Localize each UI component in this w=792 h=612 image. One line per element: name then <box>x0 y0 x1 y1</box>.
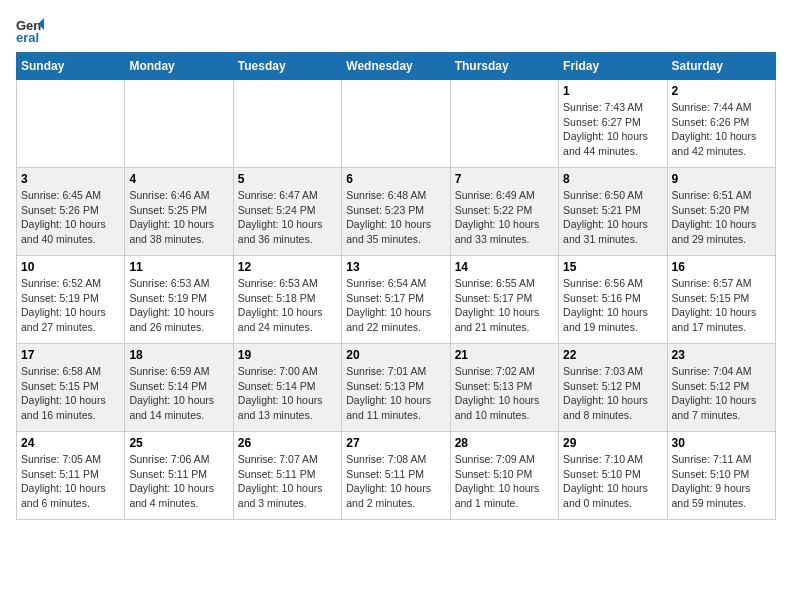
day-number: 16 <box>672 260 771 274</box>
weekday-header-thursday: Thursday <box>450 53 558 80</box>
day-info: Sunrise: 6:55 AM Sunset: 5:17 PM Dayligh… <box>455 276 554 335</box>
day-number: 26 <box>238 436 337 450</box>
calendar-cell: 29Sunrise: 7:10 AM Sunset: 5:10 PM Dayli… <box>559 432 667 520</box>
day-info: Sunrise: 6:51 AM Sunset: 5:20 PM Dayligh… <box>672 188 771 247</box>
calendar-cell: 11Sunrise: 6:53 AM Sunset: 5:19 PM Dayli… <box>125 256 233 344</box>
day-number: 27 <box>346 436 445 450</box>
calendar-cell: 27Sunrise: 7:08 AM Sunset: 5:11 PM Dayli… <box>342 432 450 520</box>
day-number: 10 <box>21 260 120 274</box>
calendar-cell: 9Sunrise: 6:51 AM Sunset: 5:20 PM Daylig… <box>667 168 775 256</box>
calendar-week-row: 1Sunrise: 7:43 AM Sunset: 6:27 PM Daylig… <box>17 80 776 168</box>
logo-icon: Gen eral <box>16 16 44 44</box>
calendar-cell: 23Sunrise: 7:04 AM Sunset: 5:12 PM Dayli… <box>667 344 775 432</box>
calendar-cell: 12Sunrise: 6:53 AM Sunset: 5:18 PM Dayli… <box>233 256 341 344</box>
weekday-header-monday: Monday <box>125 53 233 80</box>
day-info: Sunrise: 6:49 AM Sunset: 5:22 PM Dayligh… <box>455 188 554 247</box>
day-info: Sunrise: 6:54 AM Sunset: 5:17 PM Dayligh… <box>346 276 445 335</box>
calendar-week-row: 17Sunrise: 6:58 AM Sunset: 5:15 PM Dayli… <box>17 344 776 432</box>
logo: Gen eral <box>16 16 48 44</box>
day-info: Sunrise: 6:58 AM Sunset: 5:15 PM Dayligh… <box>21 364 120 423</box>
calendar-cell: 18Sunrise: 6:59 AM Sunset: 5:14 PM Dayli… <box>125 344 233 432</box>
day-info: Sunrise: 7:05 AM Sunset: 5:11 PM Dayligh… <box>21 452 120 511</box>
calendar-cell <box>450 80 558 168</box>
day-info: Sunrise: 6:45 AM Sunset: 5:26 PM Dayligh… <box>21 188 120 247</box>
day-number: 12 <box>238 260 337 274</box>
calendar-cell: 25Sunrise: 7:06 AM Sunset: 5:11 PM Dayli… <box>125 432 233 520</box>
day-number: 30 <box>672 436 771 450</box>
day-number: 7 <box>455 172 554 186</box>
day-number: 25 <box>129 436 228 450</box>
day-info: Sunrise: 7:03 AM Sunset: 5:12 PM Dayligh… <box>563 364 662 423</box>
day-number: 9 <box>672 172 771 186</box>
day-info: Sunrise: 7:11 AM Sunset: 5:10 PM Dayligh… <box>672 452 771 511</box>
calendar-cell: 7Sunrise: 6:49 AM Sunset: 5:22 PM Daylig… <box>450 168 558 256</box>
day-info: Sunrise: 6:46 AM Sunset: 5:25 PM Dayligh… <box>129 188 228 247</box>
calendar-cell <box>342 80 450 168</box>
calendar-cell: 24Sunrise: 7:05 AM Sunset: 5:11 PM Dayli… <box>17 432 125 520</box>
calendar-cell: 8Sunrise: 6:50 AM Sunset: 5:21 PM Daylig… <box>559 168 667 256</box>
day-info: Sunrise: 7:08 AM Sunset: 5:11 PM Dayligh… <box>346 452 445 511</box>
calendar-header-row: SundayMondayTuesdayWednesdayThursdayFrid… <box>17 53 776 80</box>
day-info: Sunrise: 6:47 AM Sunset: 5:24 PM Dayligh… <box>238 188 337 247</box>
calendar-week-row: 10Sunrise: 6:52 AM Sunset: 5:19 PM Dayli… <box>17 256 776 344</box>
calendar-cell: 26Sunrise: 7:07 AM Sunset: 5:11 PM Dayli… <box>233 432 341 520</box>
day-number: 22 <box>563 348 662 362</box>
calendar-cell: 3Sunrise: 6:45 AM Sunset: 5:26 PM Daylig… <box>17 168 125 256</box>
weekday-header-saturday: Saturday <box>667 53 775 80</box>
page-header: Gen eral <box>16 16 776 44</box>
day-info: Sunrise: 6:52 AM Sunset: 5:19 PM Dayligh… <box>21 276 120 335</box>
day-info: Sunrise: 6:48 AM Sunset: 5:23 PM Dayligh… <box>346 188 445 247</box>
day-info: Sunrise: 7:44 AM Sunset: 6:26 PM Dayligh… <box>672 100 771 159</box>
day-number: 20 <box>346 348 445 362</box>
day-number: 3 <box>21 172 120 186</box>
day-number: 17 <box>21 348 120 362</box>
day-info: Sunrise: 7:02 AM Sunset: 5:13 PM Dayligh… <box>455 364 554 423</box>
day-number: 1 <box>563 84 662 98</box>
day-info: Sunrise: 7:10 AM Sunset: 5:10 PM Dayligh… <box>563 452 662 511</box>
calendar-cell: 6Sunrise: 6:48 AM Sunset: 5:23 PM Daylig… <box>342 168 450 256</box>
calendar-cell: 16Sunrise: 6:57 AM Sunset: 5:15 PM Dayli… <box>667 256 775 344</box>
weekday-header-tuesday: Tuesday <box>233 53 341 80</box>
calendar-cell: 19Sunrise: 7:00 AM Sunset: 5:14 PM Dayli… <box>233 344 341 432</box>
day-number: 29 <box>563 436 662 450</box>
calendar-cell <box>233 80 341 168</box>
calendar-cell: 14Sunrise: 6:55 AM Sunset: 5:17 PM Dayli… <box>450 256 558 344</box>
day-info: Sunrise: 7:07 AM Sunset: 5:11 PM Dayligh… <box>238 452 337 511</box>
day-number: 19 <box>238 348 337 362</box>
calendar-cell: 21Sunrise: 7:02 AM Sunset: 5:13 PM Dayli… <box>450 344 558 432</box>
calendar-cell: 4Sunrise: 6:46 AM Sunset: 5:25 PM Daylig… <box>125 168 233 256</box>
day-info: Sunrise: 6:53 AM Sunset: 5:18 PM Dayligh… <box>238 276 337 335</box>
day-number: 13 <box>346 260 445 274</box>
day-number: 8 <box>563 172 662 186</box>
day-number: 15 <box>563 260 662 274</box>
weekday-header-wednesday: Wednesday <box>342 53 450 80</box>
day-number: 2 <box>672 84 771 98</box>
calendar-cell <box>125 80 233 168</box>
day-number: 23 <box>672 348 771 362</box>
calendar-table: SundayMondayTuesdayWednesdayThursdayFrid… <box>16 52 776 520</box>
day-info: Sunrise: 7:04 AM Sunset: 5:12 PM Dayligh… <box>672 364 771 423</box>
calendar-cell: 17Sunrise: 6:58 AM Sunset: 5:15 PM Dayli… <box>17 344 125 432</box>
calendar-cell: 15Sunrise: 6:56 AM Sunset: 5:16 PM Dayli… <box>559 256 667 344</box>
calendar-cell: 28Sunrise: 7:09 AM Sunset: 5:10 PM Dayli… <box>450 432 558 520</box>
day-number: 11 <box>129 260 228 274</box>
calendar-cell: 2Sunrise: 7:44 AM Sunset: 6:26 PM Daylig… <box>667 80 775 168</box>
day-number: 28 <box>455 436 554 450</box>
day-info: Sunrise: 7:06 AM Sunset: 5:11 PM Dayligh… <box>129 452 228 511</box>
day-number: 21 <box>455 348 554 362</box>
day-info: Sunrise: 6:53 AM Sunset: 5:19 PM Dayligh… <box>129 276 228 335</box>
calendar-cell: 20Sunrise: 7:01 AM Sunset: 5:13 PM Dayli… <box>342 344 450 432</box>
weekday-header-sunday: Sunday <box>17 53 125 80</box>
calendar-cell: 13Sunrise: 6:54 AM Sunset: 5:17 PM Dayli… <box>342 256 450 344</box>
calendar-cell: 1Sunrise: 7:43 AM Sunset: 6:27 PM Daylig… <box>559 80 667 168</box>
day-number: 24 <box>21 436 120 450</box>
day-number: 4 <box>129 172 228 186</box>
day-info: Sunrise: 7:00 AM Sunset: 5:14 PM Dayligh… <box>238 364 337 423</box>
day-number: 18 <box>129 348 228 362</box>
day-info: Sunrise: 7:09 AM Sunset: 5:10 PM Dayligh… <box>455 452 554 511</box>
day-number: 6 <box>346 172 445 186</box>
day-info: Sunrise: 7:01 AM Sunset: 5:13 PM Dayligh… <box>346 364 445 423</box>
calendar-cell: 10Sunrise: 6:52 AM Sunset: 5:19 PM Dayli… <box>17 256 125 344</box>
day-info: Sunrise: 6:56 AM Sunset: 5:16 PM Dayligh… <box>563 276 662 335</box>
day-number: 5 <box>238 172 337 186</box>
